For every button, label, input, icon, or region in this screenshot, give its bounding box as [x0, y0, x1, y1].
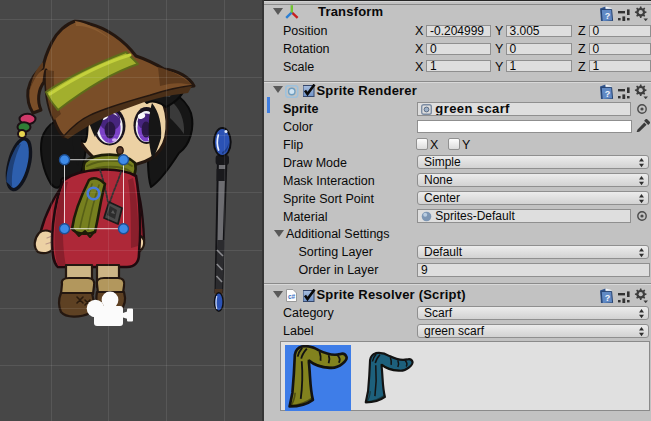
svg-text:c#: c#: [288, 293, 296, 300]
